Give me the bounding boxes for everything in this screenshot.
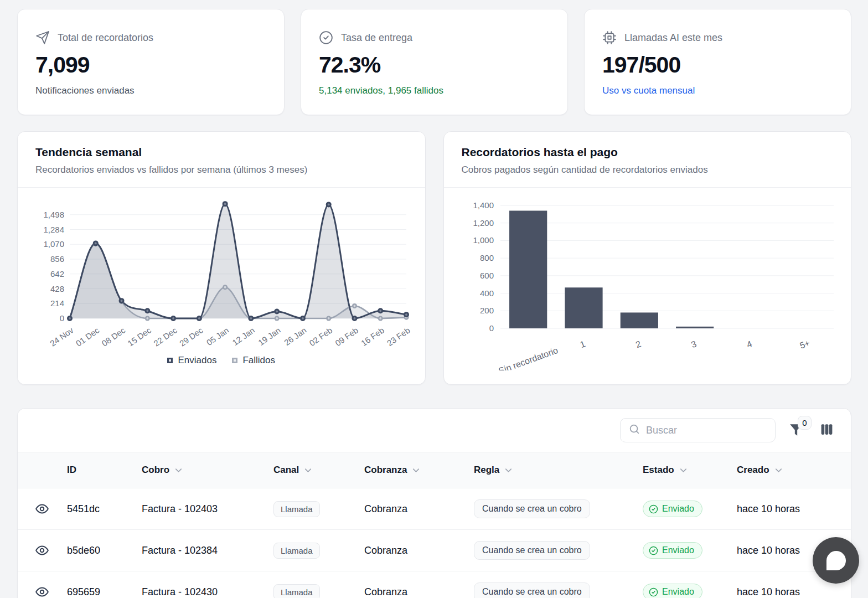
table-row: 695659 Factura - 102430 Llamada Cobranza…	[18, 571, 851, 598]
column-header-estado[interactable]: Estado	[643, 465, 737, 476]
stat-label: Tasa de entrega	[341, 32, 412, 44]
cell-cobro: Factura - 102430	[142, 586, 273, 598]
table-row: 5451dc Factura - 102403 Llamada Cobranza…	[18, 488, 851, 530]
svg-text:600: 600	[479, 271, 493, 280]
reminders-to-payment-chart: 02004006008001,0001,2001,400Sin recordat…	[452, 192, 843, 370]
svg-text:24 Nov: 24 Nov	[48, 325, 75, 348]
cell-estado: Enviado	[643, 584, 737, 598]
reminders-table-card: 0 ID Cobro Canal Cob	[17, 408, 851, 598]
cell-id: 695659	[67, 586, 142, 598]
canal-badge: Llamada	[273, 543, 320, 559]
cell-cobro: Factura - 102384	[142, 545, 273, 556]
canal-badge: Llamada	[273, 584, 320, 598]
fallidos-swatch	[232, 358, 237, 363]
stat-value: 72.3%	[319, 52, 550, 78]
chevron-down-icon	[773, 465, 784, 476]
svg-text:1,000: 1,000	[473, 235, 494, 245]
svg-text:0: 0	[489, 323, 493, 333]
svg-text:1,284: 1,284	[43, 225, 64, 234]
view-row-button[interactable]	[35, 585, 49, 598]
cell-canal: Llamada	[273, 543, 364, 559]
cpu-icon	[602, 30, 617, 45]
svg-text:214: 214	[50, 298, 64, 308]
svg-text:1,200: 1,200	[473, 218, 494, 228]
chart-title: Tendencia semanal	[35, 146, 407, 159]
filter-count-badge: 0	[798, 416, 812, 430]
cell-regla: Cuando se crea un cobro	[474, 582, 643, 598]
chart-subtitle: Cobros pagados según cantidad de recorda…	[462, 164, 834, 176]
eye-icon	[35, 502, 49, 516]
estado-badge: Enviado	[643, 584, 702, 598]
svg-text:200: 200	[479, 306, 493, 315]
dashboard-page: Total de recordatorios 7,099 Notificacio…	[0, 0, 868, 598]
svg-text:1,070: 1,070	[43, 239, 64, 249]
search-input[interactable]	[646, 425, 767, 436]
chat-bubble-icon	[826, 551, 846, 570]
table-row: b5de60 Factura - 102384 Llamada Cobranza…	[18, 530, 851, 571]
stat-subtext: Notificaciones enviadas	[35, 85, 266, 96]
cell-canal: Llamada	[273, 501, 364, 517]
svg-text:428: 428	[50, 284, 64, 293]
weekly-trend-chart: 02144286428561,0701,2841,49824 Nov01 Dec…	[25, 192, 416, 352]
svg-text:2: 2	[634, 339, 642, 349]
cell-regla: Cuando se crea un cobro	[474, 499, 643, 518]
cell-cobranza: Cobranza	[364, 586, 474, 598]
stat-label: Llamadas AI este mes	[624, 32, 722, 44]
svg-text:08 Dec: 08 Dec	[100, 325, 127, 348]
svg-text:09 Feb: 09 Feb	[333, 326, 360, 348]
column-header-regla[interactable]: Regla	[474, 465, 643, 476]
send-icon	[35, 30, 50, 45]
estado-badge: Enviado	[643, 501, 702, 517]
table-header: ID Cobro Canal Cobranza Regla	[18, 452, 851, 488]
cell-cobranza: Cobranza	[364, 503, 474, 515]
enviados-swatch	[167, 358, 173, 363]
legend-item-fallidos: Fallidos	[232, 355, 275, 366]
charts-row: Tendencia semanal Recordatorios enviados…	[17, 131, 851, 385]
chevron-down-icon	[678, 465, 689, 476]
check-circle-icon	[649, 546, 658, 555]
column-header-canal[interactable]: Canal	[273, 465, 364, 476]
cell-cobro: Factura - 102403	[142, 503, 273, 515]
cell-id: b5de60	[67, 545, 142, 556]
filter-button[interactable]: 0	[789, 422, 803, 439]
legend-label: Fallidos	[242, 355, 275, 366]
columns-icon	[820, 422, 834, 438]
svg-text:15 Dec: 15 Dec	[126, 325, 153, 348]
stat-label: Total de recordatorios	[58, 32, 153, 44]
check-circle-icon	[649, 504, 658, 514]
svg-text:642: 642	[50, 269, 64, 279]
eye-icon	[35, 585, 49, 598]
column-header-cobranza[interactable]: Cobranza	[364, 465, 474, 476]
stat-subtext-link[interactable]: Uso vs cuota mensual	[602, 85, 833, 96]
column-header-creado[interactable]: Creado	[737, 465, 851, 476]
legend-item-enviados: Enviados	[167, 355, 216, 366]
stat-subtext: 5,134 enviados, 1,965 fallidos	[319, 85, 550, 96]
svg-text:02 Feb: 02 Feb	[307, 326, 334, 348]
svg-text:16 Feb: 16 Feb	[359, 326, 386, 348]
chat-launcher-button[interactable]	[813, 537, 859, 584]
view-row-button[interactable]	[35, 543, 49, 558]
svg-text:4: 4	[745, 339, 753, 349]
column-header-cobro[interactable]: Cobro	[142, 465, 273, 476]
svg-text:26 Jan: 26 Jan	[282, 326, 308, 348]
cell-cobranza: Cobranza	[364, 545, 474, 556]
legend-label: Enviados	[178, 355, 216, 366]
svg-text:3: 3	[690, 339, 698, 349]
view-row-button[interactable]	[35, 502, 49, 516]
stat-card-tasa-entrega: Tasa de entrega 72.3% 5,134 enviados, 1,…	[301, 9, 568, 115]
svg-text:0: 0	[60, 313, 64, 323]
chevron-down-icon	[411, 465, 421, 476]
check-circle-icon	[649, 587, 658, 597]
weekly-trend-card: Tendencia semanal Recordatorios enviados…	[17, 131, 426, 385]
reminders-to-payment-card: Recordatorios hasta el pago Cobros pagad…	[443, 131, 852, 385]
chevron-down-icon	[503, 465, 514, 476]
stat-value: 7,099	[35, 52, 266, 78]
svg-text:19 Jan: 19 Jan	[256, 326, 282, 348]
eye-icon	[35, 543, 49, 558]
table-toolbar: 0	[18, 409, 851, 452]
cell-regla: Cuando se crea un cobro	[474, 541, 643, 560]
svg-text:22 Dec: 22 Dec	[152, 325, 179, 348]
regla-badge: Cuando se crea un cobro	[474, 499, 590, 518]
columns-button[interactable]	[820, 422, 834, 438]
stats-row: Total de recordatorios 7,099 Notificacio…	[17, 9, 851, 115]
